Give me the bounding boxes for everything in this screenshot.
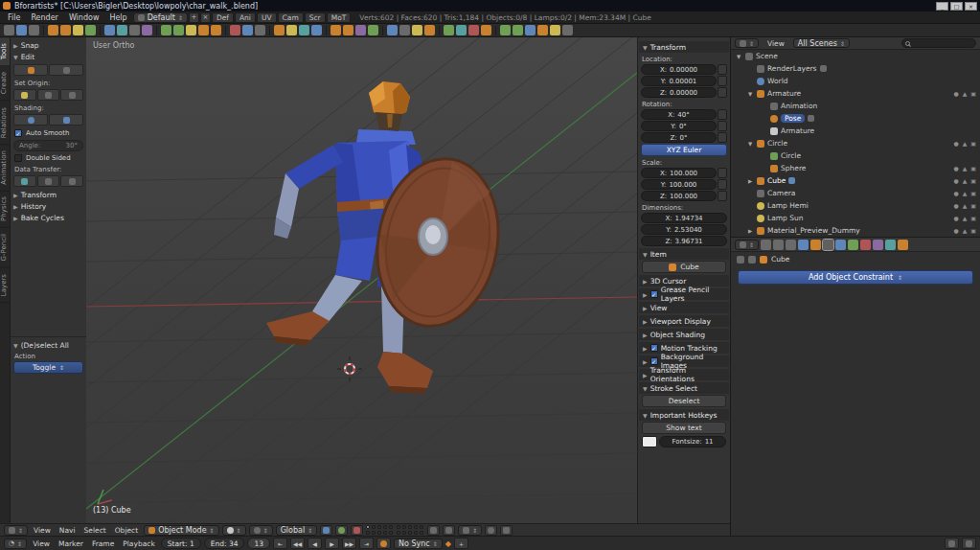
tab-texture[interactable] — [873, 240, 883, 250]
rotation-x-field[interactable]: X:40° — [641, 109, 717, 120]
tool-shelf-tab-gpencil[interactable]: G-Pencil — [0, 228, 10, 267]
snap-element-dropdown[interactable]: ⇕ — [458, 525, 482, 536]
layer-dot[interactable] — [389, 531, 393, 535]
tab-particles[interactable] — [885, 240, 896, 250]
current-frame-field[interactable]: 13 — [247, 538, 270, 549]
origin-geometry-button[interactable] — [13, 89, 36, 101]
manipulator-scale-button[interactable] — [351, 525, 363, 536]
add-object-constraint-dropdown[interactable]: Add Object Constraint⇕ — [738, 270, 973, 285]
insert-keyframe-button[interactable]: + — [454, 538, 468, 549]
maximize-button[interactable]: □ — [950, 2, 963, 11]
paste-pose-button[interactable] — [962, 538, 976, 549]
layout-tab-scr[interactable]: Scr — [305, 12, 326, 23]
panel-header-item[interactable]: ▼ Item — [639, 248, 729, 260]
visibility-toggles[interactable]: ●▲▣ — [953, 202, 976, 209]
menu-help[interactable]: Help — [104, 13, 131, 22]
jump-to-end-button[interactable]: ⇥ — [359, 538, 374, 549]
expander-icon[interactable]: ▶ — [746, 178, 754, 184]
expander-icon[interactable]: ▼ — [746, 91, 754, 97]
tab-constraints[interactable] — [823, 240, 833, 250]
prev-keyframe-button[interactable]: ◀◀ — [290, 538, 305, 549]
character-model[interactable] — [266, 81, 511, 394]
layer-dot[interactable] — [383, 531, 387, 535]
expander-icon[interactable]: ▶ — [746, 228, 754, 234]
duplicate-button[interactable] — [13, 64, 48, 76]
double-sided-checkbox[interactable] — [14, 154, 22, 162]
outliner-row-animation[interactable]: Animation — [731, 100, 980, 112]
toolbar-icon[interactable] — [330, 25, 341, 35]
panel-header-viewport-display[interactable]: ▶ Viewport Display — [639, 315, 729, 327]
viewport-menu-view[interactable]: View — [31, 526, 54, 535]
record-button[interactable] — [376, 538, 391, 549]
data-join-button[interactable] — [60, 175, 83, 187]
tab-data[interactable] — [848, 240, 858, 250]
layer-dot[interactable] — [366, 525, 370, 529]
viewport-shading-dropdown[interactable]: ⇕ — [222, 525, 246, 536]
editor-type-3dview-dropdown[interactable]: ⇕ — [4, 525, 28, 536]
toolbar-icon[interactable] — [117, 25, 127, 35]
toolbar-icon[interactable] — [211, 25, 221, 35]
angle-slider[interactable]: Angle: 30° — [13, 140, 83, 151]
layer-dot[interactable] — [408, 531, 412, 535]
3d-viewport[interactable]: User Ortho (13) Cube — [86, 37, 637, 523]
layer-dot[interactable] — [420, 531, 423, 535]
toolbar-icon[interactable] — [16, 25, 27, 35]
object-name-field[interactable]: Cube — [642, 261, 726, 273]
keying-set-icon[interactable]: ◆ — [445, 539, 451, 548]
lock-icon[interactable] — [718, 179, 727, 190]
tab-object[interactable] — [810, 240, 821, 250]
pin-icon[interactable] — [737, 256, 744, 264]
origin-cursor-button[interactable] — [37, 89, 60, 101]
layer-dot[interactable] — [414, 525, 418, 529]
menu-render[interactable]: Render — [26, 13, 62, 22]
tab-scene[interactable] — [786, 240, 796, 250]
timeline-menu-view[interactable]: View — [30, 539, 53, 548]
outliner-row-renderlayers[interactable]: RenderLayers — [731, 62, 980, 75]
outliner-view-menu[interactable]: View — [763, 39, 789, 48]
toolbar-icon[interactable] — [481, 25, 491, 35]
visibility-toggles[interactable]: ●▲▣ — [953, 177, 976, 184]
tab-material[interactable] — [860, 240, 871, 250]
toolbar-icon[interactable] — [198, 25, 209, 35]
lock-icon[interactable] — [718, 132, 727, 143]
start-frame-field[interactable]: Start: 1 — [161, 538, 201, 549]
editor-type-properties-dropdown[interactable]: ⇕ — [735, 240, 759, 250]
sync-mode-dropdown[interactable]: No Sync⇕ — [394, 539, 443, 549]
outliner-row-pose[interactable]: Pose — [731, 112, 980, 125]
outliner-search-input[interactable] — [901, 38, 976, 48]
origin-mass-button[interactable] — [60, 89, 83, 101]
editor-type-outliner-dropdown[interactable]: ⇕ — [735, 38, 759, 48]
layer-dot[interactable] — [414, 531, 418, 535]
toolbar-icon[interactable] — [399, 25, 410, 35]
toolbar-icon[interactable] — [444, 25, 454, 35]
tab-render-layers[interactable] — [773, 240, 784, 250]
opengl-render-anim-button[interactable] — [500, 525, 513, 536]
location-z-field[interactable]: Z:0.00000 — [641, 87, 717, 98]
panel-header-important-hotkeys[interactable]: ▼ Important Hotkeys — [639, 409, 729, 421]
panel-header-bake-cycles[interactable]: ▶ Bake Cycles — [11, 212, 86, 223]
toolbar-icon[interactable] — [525, 25, 536, 35]
lock-icon[interactable] — [718, 76, 727, 86]
play-reverse-button[interactable]: ◀ — [308, 538, 322, 549]
panel-header-stroke-select[interactable]: ▼ Stroke Select — [639, 382, 729, 394]
toolbar-icon[interactable] — [85, 25, 96, 35]
dimensions-z-field[interactable]: Z:3.96731 — [641, 236, 727, 246]
toolbar-icon[interactable] — [60, 25, 71, 35]
tab-world[interactable] — [798, 240, 809, 250]
panel-header-object-shading[interactable]: ▶ Object Shading — [639, 329, 729, 340]
menu-window[interactable]: Window — [64, 13, 104, 22]
tool-shelf-tab-tools[interactable]: Tools — [0, 37, 10, 66]
scale-x-field[interactable]: X:100.000 — [641, 168, 717, 178]
rotation-y-field[interactable]: Y:0° — [641, 121, 717, 131]
layer-dot[interactable] — [377, 525, 381, 529]
toolbar-icon[interactable] — [242, 25, 253, 35]
toolbar-icon[interactable] — [161, 25, 171, 35]
toolbar-icon[interactable] — [104, 25, 115, 35]
grease-pencil-checkbox[interactable]: ✓ — [650, 290, 658, 298]
outliner-row-cube[interactable]: ▶ Cube ●▲▣ — [731, 174, 980, 187]
lock-icon[interactable] — [718, 191, 727, 201]
panel-header-transform[interactable]: ▶ Transform — [11, 189, 86, 200]
minimize-button[interactable]: _ — [936, 2, 948, 11]
data-layout-button[interactable] — [37, 175, 60, 187]
panel-header-transform-orientations[interactable]: ▶ Transform Orientations — [639, 369, 729, 380]
